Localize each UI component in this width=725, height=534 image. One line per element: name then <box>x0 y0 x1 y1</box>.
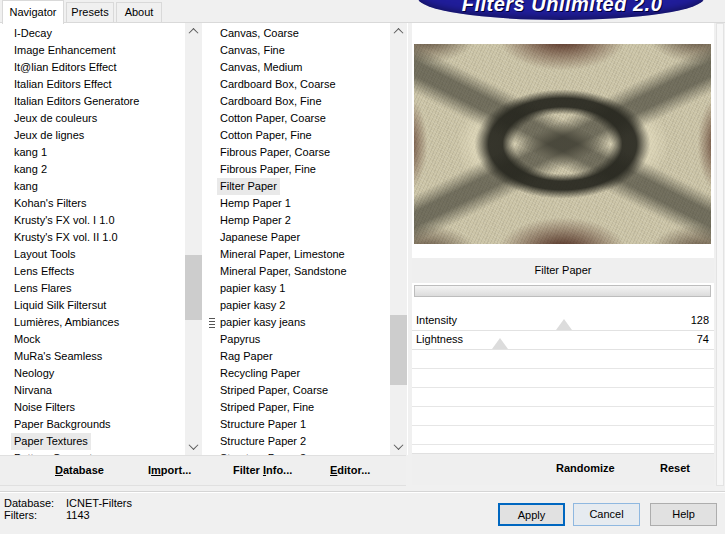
list-item[interactable]: Lens Effects <box>2 263 185 280</box>
filter-info-button[interactable]: Filter Info... <box>233 464 292 476</box>
list-item[interactable]: Mineral Paper, Sandstone <box>208 263 390 280</box>
list-item-label: Structure Paper 2 <box>217 433 309 450</box>
list-item-label: Striped Paper, Fine <box>217 399 317 416</box>
list-item[interactable]: kang 1 <box>2 144 185 161</box>
slider-row[interactable]: Intensity 128 <box>412 312 714 331</box>
list-item[interactable]: Lumières, Ambiances <box>2 314 185 331</box>
list-item[interactable]: Hemp Paper 2 <box>208 212 390 229</box>
slider-thumb[interactable] <box>556 319 572 330</box>
list-item[interactable]: kang 2 <box>2 161 185 178</box>
list-item[interactable]: Jeux de lignes <box>2 127 185 144</box>
list-item-label: Mineral Paper, Limestone <box>217 246 348 263</box>
list-item[interactable]: Striped Paper, Fine <box>208 399 390 416</box>
list-item-label: Japanese Paper <box>217 229 303 246</box>
list-item-label: I-Decay <box>11 25 55 42</box>
list-item[interactable]: It@lian Editors Effect <box>2 59 185 76</box>
list-item-label: Italian Editors Effect <box>11 76 115 93</box>
list-item[interactable]: Cotton Paper, Coarse <box>208 110 390 127</box>
list-item[interactable]: Lens Flares <box>2 280 185 297</box>
list-item[interactable]: Cardboard Box, Coarse <box>208 76 390 93</box>
list-item[interactable]: Italian Editors Effect <box>2 76 185 93</box>
list-item[interactable]: Liquid Silk Filtersut <box>2 297 185 314</box>
list-item-label: Cardboard Box, Fine <box>217 93 325 110</box>
list-item[interactable]: Mineral Paper, Limestone <box>208 246 390 263</box>
list-item[interactable]: Striped Paper, Coarse <box>208 382 390 399</box>
list-item[interactable]: Jeux de couleurs <box>2 110 185 127</box>
list-item[interactable]: Layout Tools <box>2 246 185 263</box>
preview-action-bar: Randomize Reset <box>412 453 714 485</box>
category-list: I-Decay Image Enhancement It@lian Editor… <box>2 23 202 455</box>
slider-thumb[interactable] <box>492 338 508 349</box>
list-item[interactable]: Filter Paper <box>208 178 390 195</box>
list-item[interactable]: Kohan's Filters <box>2 195 185 212</box>
list-item-label: Cotton Paper, Coarse <box>217 110 329 127</box>
list-item[interactable]: Canvas, Medium <box>208 59 390 76</box>
list-item[interactable]: Fibrous Paper, Coarse <box>208 144 390 161</box>
list-item-label: Structure Paper 1 <box>217 416 309 433</box>
list-item[interactable]: Fibrous Paper, Fine <box>208 161 390 178</box>
list-item[interactable]: kang <box>2 178 185 195</box>
list-item[interactable]: papier kasy jeans <box>208 314 390 331</box>
list-item[interactable]: Cotton Paper, Fine <box>208 127 390 144</box>
list-item[interactable]: Structure Paper 1 <box>208 416 390 433</box>
list-item[interactable]: Canvas, Coarse <box>208 25 390 42</box>
filter-list-items: Canvas, Coarse Canvas, Fine Canvas, Medi… <box>208 25 390 455</box>
scroll-down-button[interactable] <box>390 438 407 455</box>
list-item[interactable]: MuRa's Seamless <box>2 348 185 365</box>
tab-about[interactable]: About <box>116 2 162 22</box>
list-item[interactable]: Rag Paper <box>208 348 390 365</box>
list-item[interactable]: Cardboard Box, Fine <box>208 93 390 110</box>
import-button[interactable]: Import... <box>148 464 191 476</box>
list-item[interactable]: Mock <box>2 331 185 348</box>
list-item-label: Paper Backgrounds <box>11 416 114 433</box>
category-list-items: I-Decay Image Enhancement It@lian Editor… <box>2 25 185 455</box>
list-item[interactable]: Noise Filters <box>2 399 185 416</box>
list-item[interactable]: Papyrus <box>208 331 390 348</box>
reset-button[interactable]: Reset <box>660 462 690 474</box>
list-item[interactable]: Paper Textures <box>2 433 185 450</box>
scrollbar-thumb[interactable] <box>390 315 407 385</box>
list-item[interactable]: Italian Editors Generatore <box>2 93 185 110</box>
list-item[interactable]: Nirvana <box>2 382 185 399</box>
lists-region: I-Decay Image Enhancement It@lian Editor… <box>0 23 408 455</box>
list-item[interactable]: Recycling Paper <box>208 365 390 382</box>
right-scrollbar-track[interactable] <box>716 23 724 486</box>
list-item[interactable]: Japanese Paper <box>208 229 390 246</box>
list-item[interactable]: papier kasy 1 <box>208 280 390 297</box>
empty-parameter-row <box>412 369 714 388</box>
list-item[interactable]: Image Enhancement <box>2 42 185 59</box>
list-item[interactable]: Paper Backgrounds <box>2 416 185 433</box>
tab-navigator[interactable]: Navigator <box>2 0 64 24</box>
chevron-down-icon <box>189 440 199 450</box>
help-button[interactable]: Help <box>650 503 717 526</box>
slider-label: Lightness <box>416 333 463 345</box>
category-scrollbar[interactable] <box>185 23 202 455</box>
randomize-button[interactable]: Randomize <box>556 462 615 474</box>
list-item[interactable]: Neology <box>2 365 185 382</box>
list-item-label: Liquid Silk Filtersut <box>11 297 109 314</box>
list-item[interactable]: Canvas, Fine <box>208 42 390 59</box>
filter-scrollbar[interactable] <box>390 23 407 455</box>
database-button[interactable]: Database <box>55 464 104 476</box>
cancel-button[interactable]: Cancel <box>573 503 640 526</box>
list-item[interactable]: Hemp Paper 1 <box>208 195 390 212</box>
apply-button[interactable]: Apply <box>498 503 565 526</box>
list-item[interactable]: papier kasy 2 <box>208 297 390 314</box>
slider-row[interactable]: Lightness 74 <box>412 331 714 350</box>
scroll-up-button[interactable] <box>390 23 407 40</box>
app-title: Filters Unlimited 2.0 <box>412 0 712 16</box>
list-item[interactable]: Structure Paper 2 <box>208 433 390 450</box>
tab-presets[interactable]: Presets <box>66 2 114 22</box>
list-item[interactable]: Krusty's FX vol. II 1.0 <box>2 229 185 246</box>
list-item[interactable]: Krusty's FX vol. I 1.0 <box>2 212 185 229</box>
editor-button[interactable]: Editor... <box>330 464 370 476</box>
list-item-label: Image Enhancement <box>11 42 119 59</box>
list-item-label: Striped Paper, Coarse <box>217 382 331 399</box>
scroll-down-button[interactable] <box>185 438 202 455</box>
list-item-label: Canvas, Fine <box>217 42 288 59</box>
scrollbar-thumb[interactable] <box>185 255 202 320</box>
list-item[interactable]: I-Decay <box>2 25 185 42</box>
status-database-value: ICNET-Filters <box>66 497 132 509</box>
scroll-up-button[interactable] <box>185 23 202 40</box>
status-area: Database:ICNET-Filters Filters:1143 <box>4 497 132 521</box>
